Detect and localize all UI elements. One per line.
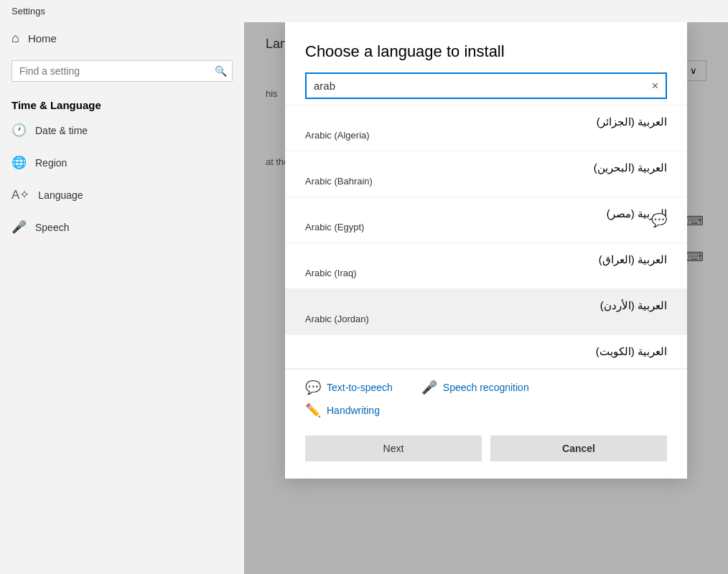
language-native-bahrain: العربية (البحرين) <box>305 161 667 174</box>
features-row-2: ✏️ Handwriting <box>305 403 667 418</box>
modal-title: Choose a language to install <box>285 22 687 72</box>
feature-tts: 💬 Text-to-speech <box>305 380 393 395</box>
modal-dialog: Choose a language to install × العربية (… <box>285 22 687 479</box>
sidebar-item-speech[interactable]: 🎤 Speech <box>0 211 244 243</box>
topbar-title: Settings <box>11 6 45 17</box>
text-to-speech-available-icon: 💬 <box>651 212 667 228</box>
language-english-iraq: Arabic (Iraq) <box>305 268 667 278</box>
modal-language-list: العربية (الجزائر) Arabic (Algeria) العرب… <box>285 105 687 369</box>
language-native-egypt: العربية (مصر) <box>305 207 667 220</box>
sidebar-item-region[interactable]: 🌐 Region <box>0 146 244 179</box>
cancel-button[interactable]: Cancel <box>490 436 667 461</box>
handwriting-icon: ✏️ <box>305 403 321 418</box>
sidebar-item-label: Region <box>35 157 67 169</box>
language-native-jordan: العربية (الأردن) <box>305 299 667 312</box>
content-area: Language ∨ his at they ⌨ ✏ ⌨ Choose a la… <box>244 22 728 574</box>
language-english-egypt: Arabic (Egypt) <box>305 222 667 232</box>
sidebar-section-title: Time & Language <box>0 88 244 114</box>
language-native-algeria: العربية (الجزائر) <box>305 116 667 128</box>
modal-search-input[interactable] <box>307 74 645 98</box>
modal-overlay: Choose a language to install × العربية (… <box>244 22 728 574</box>
date-time-icon: 🕐 <box>11 123 27 138</box>
features-row: 💬 Text-to-speech 🎤 Speech recognition <box>305 380 667 395</box>
search-icon: 🔍 <box>215 65 227 77</box>
feature-handwriting-label: Handwriting <box>327 405 380 416</box>
speech-icon: 🎤 <box>11 220 27 235</box>
language-icon: A✧ <box>11 187 29 202</box>
language-english-bahrain: Arabic (Bahrain) <box>305 176 667 187</box>
modal-features: 💬 Text-to-speech 🎤 Speech recognition ✏️… <box>285 369 687 424</box>
language-item-jordan[interactable]: العربية (الأردن) Arabic (Jordan) <box>285 289 687 335</box>
modal-footer: Next Cancel <box>285 424 687 479</box>
sidebar-item-date-time[interactable]: 🕐 Date & time <box>0 114 244 146</box>
language-item-bahrain[interactable]: العربية (البحرين) Arabic (Bahrain) <box>285 151 687 197</box>
sidebar-item-label: Speech <box>35 222 69 233</box>
language-english-jordan: Arabic (Jordan) <box>305 314 667 324</box>
language-item-kuwait[interactable]: العربية (الكويت) <box>285 335 687 369</box>
tts-icon: 💬 <box>305 380 321 395</box>
sidebar-item-label: Language <box>38 189 83 201</box>
sidebar-search-container: 🔍 <box>11 60 233 82</box>
feature-tts-label: Text-to-speech <box>327 382 393 393</box>
language-item-iraq[interactable]: العربية (العراق) Arabic (Iraq) <box>285 243 687 289</box>
modal-search-clear-button[interactable]: × <box>645 80 666 93</box>
topbar: Settings <box>0 0 728 22</box>
sidebar: ⌂ Home 🔍 Time & Language 🕐 Date & time 🌐… <box>0 22 244 574</box>
feature-speech-recognition: 🎤 Speech recognition <box>421 380 529 395</box>
main-container: ⌂ Home 🔍 Time & Language 🕐 Date & time 🌐… <box>0 22 728 574</box>
modal-search-bar: × <box>305 72 667 99</box>
language-item-egypt[interactable]: العربية (مصر) Arabic (Egypt) 💬 <box>285 197 687 243</box>
language-item-algeria[interactable]: العربية (الجزائر) Arabic (Algeria) <box>285 105 687 151</box>
feature-speech-recognition-label: Speech recognition <box>443 382 529 393</box>
sidebar-home-button[interactable]: ⌂ Home <box>0 22 244 55</box>
sidebar-item-language[interactable]: A✧ Language <box>0 179 244 211</box>
language-english-algeria: Arabic (Algeria) <box>305 130 667 141</box>
region-icon: 🌐 <box>11 155 27 170</box>
speech-recognition-icon: 🎤 <box>421 380 437 395</box>
next-button[interactable]: Next <box>305 436 482 461</box>
feature-handwriting: ✏️ Handwriting <box>305 403 380 418</box>
home-icon: ⌂ <box>11 31 19 46</box>
language-native-kuwait: العربية (الكويت) <box>305 345 667 358</box>
sidebar-home-label: Home <box>28 32 57 44</box>
language-native-iraq: العربية (العراق) <box>305 253 667 266</box>
sidebar-item-label: Date & time <box>35 125 88 136</box>
sidebar-search-input[interactable] <box>11 60 233 82</box>
